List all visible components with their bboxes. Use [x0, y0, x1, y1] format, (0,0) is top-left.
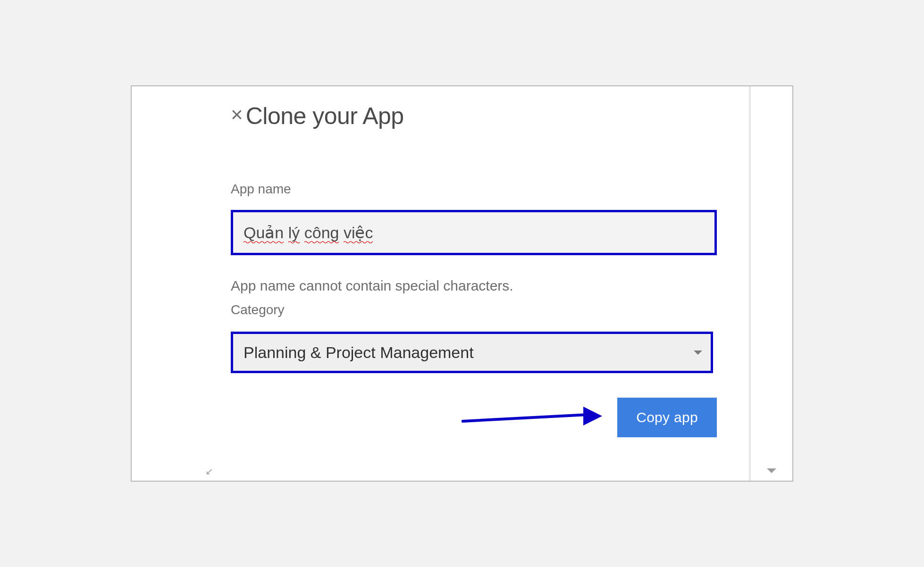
action-row: Copy app: [231, 398, 717, 437]
scroll-down-icon[interactable]: [767, 468, 776, 473]
arrow-head-icon: [583, 407, 602, 425]
copy-app-button[interactable]: Copy app: [617, 398, 717, 437]
app-name-label: App name: [231, 182, 698, 197]
dialog-inner: × Clone your App App name Quản lý công v…: [132, 86, 792, 373]
app-name-value: Quản lý công việc: [244, 223, 373, 242]
category-label: Category: [231, 302, 698, 317]
arrow-line: [462, 413, 584, 423]
resize-handle-left-icon: ↙: [205, 466, 213, 477]
dialog-title-row: × Clone your App: [231, 102, 698, 130]
chevron-down-icon: [694, 350, 702, 355]
annotation-arrow: [462, 410, 603, 425]
category-value: Planning & Project Management: [244, 343, 474, 362]
dialog-title: Clone your App: [246, 102, 404, 130]
clone-app-dialog: × Clone your App App name Quản lý công v…: [131, 85, 793, 482]
app-name-input[interactable]: Quản lý công việc: [231, 210, 717, 255]
validation-message: App name cannot contain special characte…: [231, 278, 698, 294]
category-select[interactable]: Planning & Project Management: [231, 332, 713, 373]
close-icon[interactable]: ×: [231, 104, 243, 128]
